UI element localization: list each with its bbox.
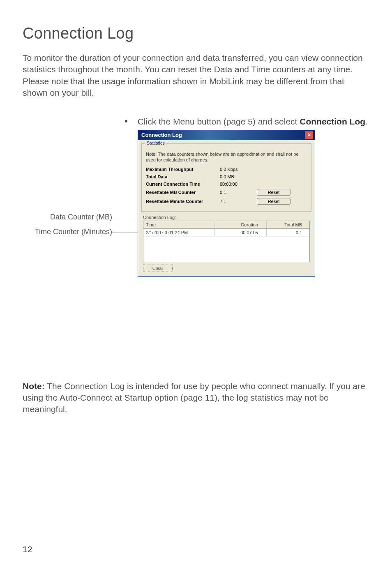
statistics-group: Statistics Note: The data counters shown… [141,143,311,212]
stat-mb-counter: Resettable MB Counter 0.1 Reset [146,189,307,196]
col-time[interactable]: Time [143,221,214,228]
note-paragraph: Note: The Connection Log is intended for… [23,380,369,415]
callout-data-counter: Data Counter (MB) [23,213,112,221]
callout-time-counter: Time Counter (Minutes) [23,228,112,236]
stat-conn-time: Current Connection Time 00:00:00 [146,182,307,187]
stat-value: 7.1 [220,199,257,204]
clear-button[interactable]: Clear [143,265,173,272]
bullet-lead: Click the Menu button (page 5) and selec… [138,117,300,126]
page-number: 12 [23,544,32,554]
stat-label: Current Connection Time [146,182,220,187]
bullet-icon: • [125,116,128,127]
table-row[interactable]: 2/1/2007 3:01:24 PM 00:07:05 0.1 [143,229,309,237]
stat-value: 0.0 MB [220,174,257,179]
bullet-tail: . [365,117,368,126]
log-label: Connection Log: [143,215,310,220]
note-bold: Note: [23,381,45,391]
stats-note: Note: The data counters shown below are … [146,151,307,163]
stat-value: 0.1 [220,190,257,195]
dialog-title: Connection Log [141,132,182,138]
page-heading: Connection Log [23,25,369,42]
reset-min-button[interactable]: Reset [257,198,291,205]
log-table: Time Duration Total MB 2/1/2007 3:01:24 … [143,221,310,262]
bullet-bold: Connection Log [300,117,365,126]
stat-total-data: Total Data 0.0 MB [146,174,307,179]
intro-paragraph: To monitor the duration of your connecti… [23,52,369,99]
note-text: The Connection Log is intended for use b… [23,381,365,414]
callout-line-mb [112,218,138,218]
log-body: 2/1/2007 3:01:24 PM 00:07:05 0.1 [143,229,309,262]
col-total-mb[interactable]: Total MB [267,221,309,228]
stat-label: Total Data [146,174,220,179]
close-icon[interactable]: ✕ [305,131,313,139]
stat-label: Maximum Throughput [146,167,220,172]
cell-total-mb: 0.1 [267,229,309,236]
stat-max-throughput: Maximum Throughput 0.0 Kbps [146,167,307,172]
log-header-row: Time Duration Total MB [143,221,309,229]
col-duration[interactable]: Duration [214,221,267,228]
stat-label: Resettable MB Counter [146,190,220,195]
dialog-titlebar: Connection Log ✕ [138,130,315,140]
connection-log-dialog: Connection Log ✕ Statistics Note: The da… [138,130,315,277]
instruction-bullet: • Click the Menu button (page 5) and sel… [125,116,369,127]
callout-line-min [112,233,138,233]
stat-min-counter: Resettable Minute Counter 7.1 Reset [146,198,307,205]
cell-duration: 00:07:05 [214,229,267,236]
group-legend: Statistics [145,141,166,145]
bullet-text: Click the Menu button (page 5) and selec… [138,116,368,127]
stat-label: Resettable Minute Counter [146,199,220,204]
reset-mb-button[interactable]: Reset [257,189,291,196]
cell-time: 2/1/2007 3:01:24 PM [143,229,214,236]
stat-value: 0.0 Kbps [220,167,257,172]
stat-value: 00:00:00 [220,182,257,187]
